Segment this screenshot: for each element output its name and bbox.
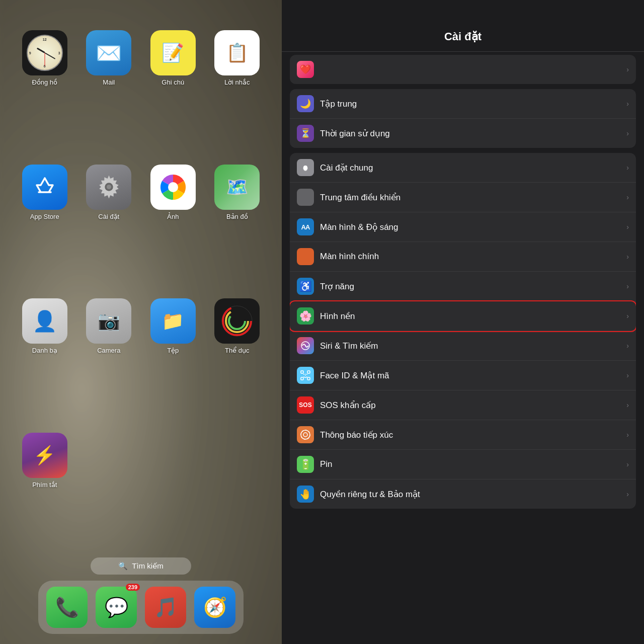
photos-label: Ảnh xyxy=(167,213,179,220)
appstore-icon xyxy=(22,165,67,210)
files-label: Tệp xyxy=(167,347,179,354)
settings-group-top: ❤️ › xyxy=(290,55,636,84)
control-chevron: › xyxy=(626,193,629,201)
settings-item-exposure[interactable]: Thông báo tiếp xúc › xyxy=(290,420,636,450)
focus-icon: 🌙 xyxy=(297,95,314,112)
maps-icon: 🗺️ xyxy=(214,165,260,210)
app-reminders[interactable]: 📋 Lời nhắc xyxy=(208,30,267,150)
settings-list: ❤️ › 🌙 Tập trung › ⏳ Thời gian sử dụng › xyxy=(282,52,644,644)
search-bar[interactable]: 🔍 Tìm kiếm xyxy=(91,557,191,575)
general-label: Cài đặt chung xyxy=(320,163,620,173)
maps-label: Bản đồ xyxy=(226,213,248,220)
app-fitness[interactable]: Thể dục xyxy=(208,298,267,419)
settings-item-sos[interactable]: SOS SOS khẩn cấp › xyxy=(290,390,636,420)
privacy-icon: 🤚 xyxy=(297,486,314,503)
settings-icon xyxy=(86,165,131,210)
camera-label: Camera xyxy=(97,347,120,354)
clock-icon: 12 3 6 9 xyxy=(22,30,67,75)
homescreen-icon xyxy=(297,248,314,265)
sos-label: SOS khẩn cấp xyxy=(320,400,620,411)
app-mail[interactable]: ✉️ Mail xyxy=(79,30,139,150)
settings-item-privacy[interactable]: 🤚 Quyền riêng tư & Bảo mật › xyxy=(290,479,636,509)
svg-point-15 xyxy=(306,374,307,375)
fitness-svg xyxy=(219,303,255,339)
app-grid: 12 3 6 9 Đồng hồ ✉️ Mail 📝 Ghi chú xyxy=(15,30,267,552)
control-label: Trung tâm điều khiển xyxy=(320,192,620,203)
svg-point-14 xyxy=(303,374,304,375)
clock-label: Đồng hồ xyxy=(32,78,57,86)
wallpaper-chevron: › xyxy=(626,312,629,320)
mail-icon: ✉️ xyxy=(86,30,131,75)
dock-music[interactable]: 🎵 xyxy=(145,587,186,628)
wallpaper-label: Hình nền xyxy=(320,311,620,321)
svg-point-2 xyxy=(107,185,111,189)
settings-item-wallpaper[interactable]: 🌸 Hình nền › xyxy=(290,301,636,331)
notes-icon: 📝 xyxy=(150,30,196,75)
faceid-chevron: › xyxy=(626,371,629,379)
dock-phone[interactable]: 📞 xyxy=(46,587,88,628)
settings-item-screentime[interactable]: ⏳ Thời gian sử dụng › xyxy=(290,119,636,148)
app-settings[interactable]: Cài đặt xyxy=(79,165,139,285)
home-content: 12 3 6 9 Đồng hồ ✉️ Mail 📝 Ghi chú xyxy=(0,0,282,644)
settings-panel: Cài đặt ❤️ › 🌙 Tập trung › ⏳ Thời gian s… xyxy=(282,0,644,644)
app-clock[interactable]: 12 3 6 9 Đồng hồ xyxy=(15,30,74,150)
homescreen-chevron: › xyxy=(626,253,629,261)
focus-chevron: › xyxy=(626,100,629,108)
photos-svg xyxy=(158,172,188,202)
app-shortcuts[interactable]: ⚡ Phím tắt xyxy=(15,433,74,553)
gear-small-icon xyxy=(300,162,311,173)
dock-messages[interactable]: 💬 239 xyxy=(96,587,137,628)
home-screen: 12 3 6 9 Đồng hồ ✉️ Mail 📝 Ghi chú xyxy=(0,0,282,644)
focus-label: Tập trung xyxy=(320,99,620,109)
svg-point-19 xyxy=(301,430,310,439)
app-photos[interactable]: Ảnh xyxy=(143,165,203,285)
contacts-label: Danh bạ xyxy=(32,347,57,354)
exposure-label: Thông báo tiếp xúc xyxy=(320,430,620,440)
app-notes[interactable]: 📝 Ghi chú xyxy=(143,30,203,150)
homescreen-label: Màn hình chính xyxy=(320,252,620,262)
app-files[interactable]: 📁 Tệp xyxy=(143,298,203,419)
settings-header: Cài đặt xyxy=(282,0,644,52)
privacy-label: Quyền riêng tư & Bảo mật xyxy=(320,489,620,500)
appstore-svg xyxy=(32,174,58,200)
settings-item-battery[interactable]: 🔋 Pin › xyxy=(290,450,636,479)
svg-rect-10 xyxy=(301,371,303,373)
settings-label: Cài đặt xyxy=(98,213,119,220)
exposure-chevron: › xyxy=(626,431,629,439)
settings-item-partial[interactable]: ❤️ › xyxy=(290,55,636,84)
partial-icon: ❤️ xyxy=(297,61,314,78)
battery-label: Pin xyxy=(320,459,620,469)
general-chevron: › xyxy=(626,164,629,172)
dock-safari[interactable]: 🧭 xyxy=(194,587,235,628)
accessibility-label: Trợ năng xyxy=(320,281,620,292)
screentime-label: Thời gian sử dụng xyxy=(320,128,620,139)
settings-item-siri[interactable]: Siri & Tìm kiếm › xyxy=(290,331,636,361)
reminders-icon: 📋 xyxy=(214,30,260,75)
camera-icon: 📷 xyxy=(86,298,131,344)
dock-area: 🔍 Tìm kiếm 📞 💬 239 🎵 🧭 xyxy=(15,557,267,634)
settings-item-control[interactable]: Trung tâm điều khiển › xyxy=(290,183,636,212)
settings-item-faceid[interactable]: Face ID & Mật mã › xyxy=(290,361,636,390)
photos-icon xyxy=(150,165,196,210)
settings-item-homescreen[interactable]: Màn hình chính › xyxy=(290,242,636,272)
faceid-icon xyxy=(297,367,314,384)
exposure-svg xyxy=(300,429,311,440)
faceid-svg xyxy=(300,370,311,381)
settings-group-focus: 🌙 Tập trung › ⏳ Thời gian sử dụng › xyxy=(290,89,636,148)
accessibility-icon: ♿ xyxy=(297,278,314,295)
sos-icon: SOS xyxy=(297,396,314,414)
settings-group-main: Cài đặt chung › Trung tâm điều khiển › A… xyxy=(290,153,636,509)
settings-item-general[interactable]: Cài đặt chung › xyxy=(290,153,636,183)
settings-item-focus[interactable]: 🌙 Tập trung › xyxy=(290,89,636,119)
app-appstore[interactable]: App Store xyxy=(15,165,74,285)
settings-item-display[interactable]: AA Màn hình & Độ sáng › xyxy=(290,212,636,242)
messages-badge: 239 xyxy=(126,584,140,591)
display-label: Màn hình & Độ sáng xyxy=(320,222,620,232)
siri-chevron: › xyxy=(626,342,629,350)
sos-chevron: › xyxy=(626,401,629,409)
app-camera[interactable]: 📷 Camera xyxy=(79,298,139,419)
settings-item-accessibility[interactable]: ♿ Trợ năng › xyxy=(290,272,636,301)
display-chevron: › xyxy=(626,223,629,231)
app-contacts[interactable]: 👤 Danh bạ xyxy=(15,298,74,419)
app-maps[interactable]: 🗺️ Bản đồ xyxy=(208,165,267,285)
